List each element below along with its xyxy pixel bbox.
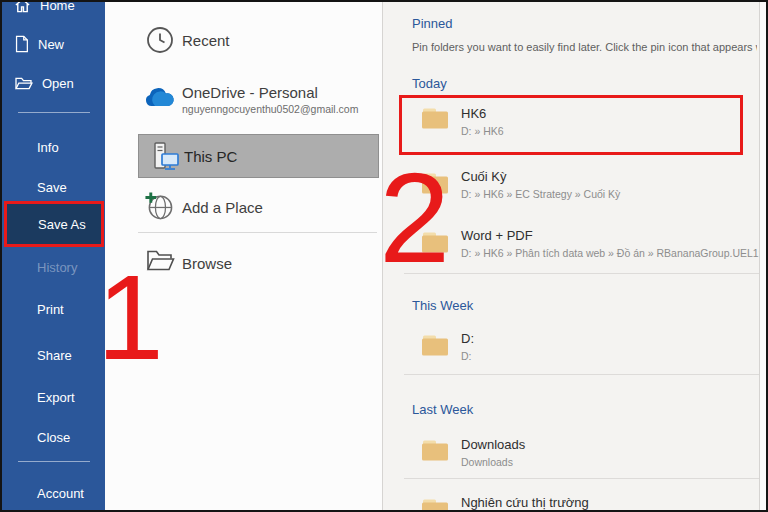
today-section-header: Today xyxy=(412,76,447,91)
annotation-box-hk6-folder xyxy=(399,95,743,155)
place-item-label: This PC xyxy=(184,148,237,165)
sidebar-item-export[interactable]: Export xyxy=(2,385,105,409)
folder-name: D: xyxy=(461,331,474,346)
recent-clock-icon xyxy=(145,25,175,55)
annotation-step-2: 2 xyxy=(379,154,450,282)
backstage-sidebar: Home New Open Info Save Save As History … xyxy=(2,2,105,510)
folder-name: Cuối Kỳ xyxy=(461,169,507,184)
this-pc-icon xyxy=(149,141,181,173)
sidebar-item-new[interactable]: New xyxy=(2,32,105,56)
sidebar-item-label: Save xyxy=(37,180,67,195)
this-week-section-header: This Week xyxy=(412,298,473,313)
sidebar-item-info[interactable]: Info xyxy=(2,135,105,159)
place-item-label: Recent xyxy=(182,32,230,49)
sidebar-item-label: Print xyxy=(37,302,64,317)
folder-icon xyxy=(420,437,450,464)
section-divider xyxy=(404,374,759,375)
word-backstage-save-as: Home New Open Info Save Save As History … xyxy=(0,0,768,512)
folder-path: D: xyxy=(461,350,472,362)
sidebar-item-label: Save As xyxy=(38,217,86,232)
open-folder-icon xyxy=(14,76,33,91)
folder-icon xyxy=(420,332,450,359)
pinned-hint-text: Pin folders you want to easily find late… xyxy=(412,41,757,53)
sidebar-item-label: Info xyxy=(37,140,59,155)
new-document-icon xyxy=(14,35,29,53)
sidebar-item-label: Open xyxy=(42,76,74,91)
onedrive-cloud-icon xyxy=(142,87,176,109)
sidebar-item-print[interactable]: Print xyxy=(2,297,105,321)
place-item-label: OneDrive - Personal xyxy=(182,84,318,101)
sidebar-item-save[interactable]: Save xyxy=(2,175,105,199)
section-divider xyxy=(404,478,759,479)
sidebar-item-home[interactable]: Home xyxy=(2,0,105,17)
sidebar-divider xyxy=(18,461,90,462)
sidebar-item-label: Share xyxy=(37,348,72,363)
annotation-step-1: 1 xyxy=(97,257,164,377)
sidebar-item-history: History xyxy=(2,255,105,279)
sidebar-item-label: History xyxy=(37,260,77,275)
folder-icon xyxy=(420,496,450,512)
sidebar-item-account[interactable]: Account xyxy=(2,481,105,505)
last-week-section-header: Last Week xyxy=(412,402,473,417)
place-item-label: Add a Place xyxy=(182,199,263,216)
sidebar-item-label: Export xyxy=(37,390,75,405)
sidebar-item-save-as-selected[interactable]: Save As xyxy=(4,201,104,247)
pinned-section-header: Pinned xyxy=(412,16,452,31)
sidebar-item-label: Account xyxy=(37,486,84,501)
sidebar-divider xyxy=(18,112,90,113)
place-item-label: Browse xyxy=(182,255,232,272)
home-icon xyxy=(14,0,31,13)
folder-name: Nghiên cứu thị trường xyxy=(461,495,589,510)
onedrive-account-email: nguyenngocuyenthu0502@gmail.com xyxy=(182,103,358,115)
places-divider xyxy=(138,232,377,233)
folder-path: Downloads xyxy=(461,456,513,468)
sidebar-item-label: New xyxy=(38,37,64,52)
folder-path: D: » HK6 » EC Strategy » Cuối Kỳ xyxy=(461,188,620,200)
sidebar-item-close[interactable]: Close xyxy=(2,425,105,449)
add-place-globe-icon xyxy=(144,191,175,222)
folder-name: Downloads xyxy=(461,437,525,452)
sidebar-item-label: Close xyxy=(37,430,70,445)
section-divider xyxy=(404,273,759,274)
panel-right-edge xyxy=(759,2,768,510)
sidebar-item-share[interactable]: Share xyxy=(2,343,105,367)
place-item-this-pc-selected[interactable]: This PC xyxy=(138,134,379,178)
folder-name: Word + PDF xyxy=(461,228,533,243)
folder-path: D: » HK6 » Phân tích data web » Đồ án » … xyxy=(461,247,768,259)
sidebar-item-label: Home xyxy=(40,0,75,13)
sidebar-item-open[interactable]: Open xyxy=(2,71,105,95)
